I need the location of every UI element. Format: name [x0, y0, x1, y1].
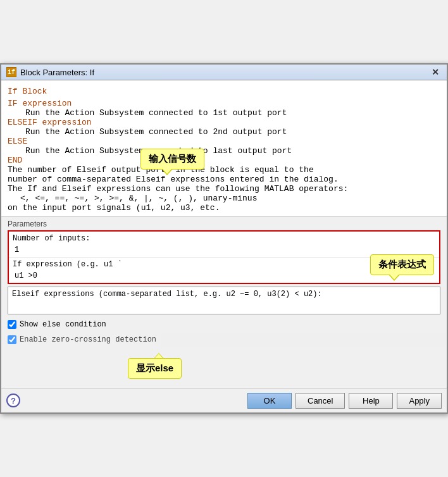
footer-buttons: OK Cancel Help Apply [247, 393, 442, 409]
close-button[interactable]: ✕ [429, 68, 442, 77]
callout-else: 显示else [128, 353, 182, 379]
enable-zero-row: Enable zero-crossing detection [1, 332, 447, 347]
title-bar: if Block Parameters: If ✕ [1, 65, 447, 80]
callout-inputs-bubble: 输入信号数 [140, 149, 204, 170]
cancel-button[interactable]: Cancel [296, 393, 345, 409]
callout-spacer [1, 347, 447, 388]
elseif-label: Elseif expressions (comma-separated list… [12, 290, 436, 299]
enable-zero-checkbox[interactable] [8, 335, 16, 344]
desc-line4: ELSEIF expression [8, 118, 440, 127]
desc-line1: If Block [8, 85, 440, 98]
checkboxes-area: Show else condition Enable zero-crossing… [1, 317, 447, 347]
window-icon: if [6, 67, 16, 77]
show-else-checkbox[interactable] [8, 320, 16, 329]
footer: ? OK Cancel Help Apply [1, 388, 447, 412]
desc-line10: number of comma-separated Elseif express… [8, 175, 440, 184]
callout-inputs: 输入信号数 [140, 149, 204, 170]
parameters-label: Parameters [8, 220, 47, 228]
elseif-input[interactable] [12, 300, 436, 313]
show-else-row: Show else condition [1, 317, 447, 332]
desc-line8: END [8, 156, 440, 165]
desc-line5: Run the Action Subsystem connected to 2n… [8, 127, 440, 137]
elseif-row: Elseif expressions (comma-separated list… [8, 287, 440, 314]
window-title: Block Parameters: If [20, 68, 94, 77]
callout-expression: 条件表达式 [370, 254, 434, 275]
callout-else-bubble: 显示else [128, 358, 182, 379]
desc-line3: Run the Action Subsystem connected to 1s… [8, 108, 440, 118]
desc-line2: IF expression [8, 99, 440, 108]
footer-left: ? [6, 393, 20, 407]
elseif-group: Elseif expressions (comma-separated list… [8, 287, 440, 314]
title-bar-left: if Block Parameters: If [6, 67, 94, 77]
show-else-label: Show else condition [20, 320, 106, 329]
desc-line7: Run the Action Subsystem connected to la… [8, 146, 440, 156]
description-area: If Block IF expression Run the Action Su… [1, 80, 447, 216]
num-inputs-row: Number of inputs: [9, 232, 439, 257]
desc-line9: The number of Elseif output ports in the… [8, 165, 440, 175]
params-wrapper: Number of inputs: If expression (e.g. u1… [1, 230, 447, 317]
help-icon[interactable]: ? [6, 393, 20, 407]
parameters-label-row: Parameters [1, 217, 447, 230]
desc-line6: ELSE [8, 137, 440, 146]
main-window: if Block Parameters: If ✕ If Block IF ex… [0, 63, 448, 413]
desc-line11: The If and Elseif expressions can use th… [8, 184, 440, 194]
ok-button[interactable]: OK [247, 393, 292, 409]
desc-line13: on the input port signals (u1, u2, u3, e… [8, 203, 440, 213]
callout-else-wrapper: 显示else [128, 353, 182, 379]
enable-zero-label: Enable zero-crossing detection [20, 335, 156, 344]
help-button[interactable]: Help [349, 393, 393, 409]
apply-button[interactable]: Apply [397, 393, 442, 409]
callout-expression-bubble: 条件表达式 [370, 254, 434, 275]
num-inputs-label: Number of inputs: [13, 234, 435, 243]
desc-line12: <, <=, ==, ~=, >, >=, &, |, ~, (, ), una… [8, 194, 440, 203]
